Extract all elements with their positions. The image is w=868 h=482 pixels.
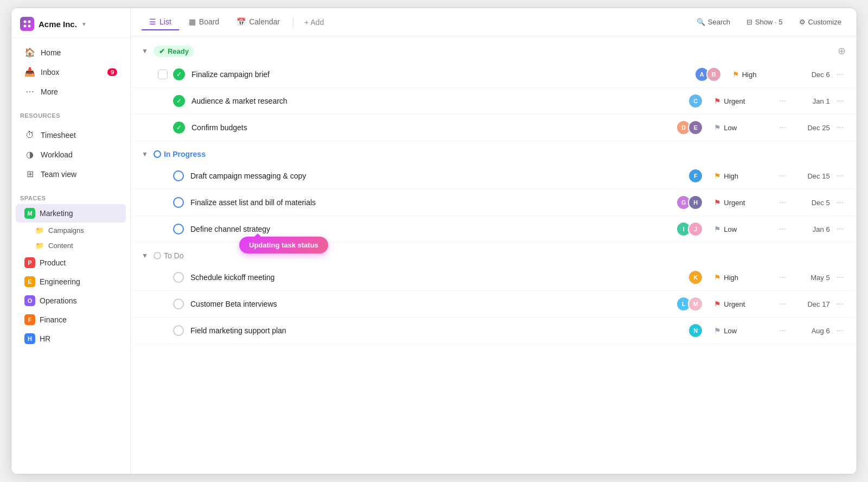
priority-label: Low bbox=[724, 124, 737, 132]
dots-button[interactable]: ··· bbox=[776, 325, 789, 337]
task-checkbox[interactable] bbox=[158, 69, 168, 79]
avatar-img: E bbox=[689, 121, 702, 134]
show-button[interactable]: ⊟ Show · 5 bbox=[742, 15, 787, 29]
svg-point-2 bbox=[24, 25, 27, 28]
collapse-todo-button[interactable]: ▼ bbox=[142, 252, 148, 259]
todo-circle-icon bbox=[154, 252, 161, 259]
task-row: ✓ Finalize campaign brief A B ⚑ High Dec… bbox=[131, 61, 857, 88]
search-button[interactable]: 🔍 Search bbox=[692, 15, 735, 29]
sidebar-item-campaigns[interactable]: 📁 Campaigns bbox=[16, 223, 126, 238]
product-badge: P bbox=[24, 257, 35, 268]
task-status-circle[interactable] bbox=[173, 272, 184, 283]
add-tab-button[interactable]: + Add bbox=[299, 15, 329, 30]
collapse-ready-button[interactable]: ▼ bbox=[142, 47, 148, 55]
task-priority: ⚑ Low bbox=[714, 225, 774, 233]
sidebar-item-hr[interactable]: H HR bbox=[16, 329, 126, 348]
spaces-section-label: Spaces bbox=[11, 188, 130, 204]
dots-button[interactable]: ··· bbox=[776, 122, 789, 134]
avatar: H bbox=[688, 195, 703, 210]
tab-board[interactable]: ▦ Board bbox=[181, 14, 227, 30]
sidebar-item-inbox[interactable]: 📥 Inbox 9 bbox=[16, 62, 126, 81]
task-status-circle[interactable] bbox=[173, 170, 184, 181]
task-priority: ⚑ High bbox=[714, 172, 774, 180]
folder-icon: 📁 bbox=[35, 226, 44, 234]
topbar: ☰ List ▦ Board 📅 Calendar + Add 🔍 bbox=[131, 8, 857, 36]
task-status-done[interactable]: ✓ bbox=[173, 122, 185, 134]
more-options-button[interactable]: ··· bbox=[834, 95, 846, 107]
priority-flag-icon: ⚑ bbox=[732, 70, 739, 79]
tab-list[interactable]: ☰ List bbox=[142, 14, 179, 30]
main-panel: ☰ List ▦ Board 📅 Calendar + Add 🔍 bbox=[131, 8, 857, 474]
more-options-button[interactable]: ··· bbox=[834, 298, 846, 310]
priority-label: High bbox=[742, 71, 757, 79]
task-name: Draft campaign messaging & copy bbox=[190, 172, 688, 180]
marketing-badge: M bbox=[24, 208, 35, 219]
due-date: Aug 6 bbox=[792, 327, 830, 335]
task-row: Define channel strategy I J ⚑ Low ··· Ja… bbox=[131, 216, 857, 243]
task-status-circle[interactable] bbox=[173, 299, 184, 309]
priority-flag-icon: ⚑ bbox=[714, 326, 721, 335]
task-status-done[interactable]: ✓ bbox=[173, 95, 185, 107]
sidebar-item-workload[interactable]: ◑ Workload bbox=[16, 145, 126, 164]
company-name: Acme Inc. bbox=[39, 20, 77, 29]
app-window: Acme Inc. ▾ 🏠 Home 📥 Inbox 9 ⋯ More Reso… bbox=[11, 8, 857, 474]
customize-button[interactable]: ⚙ Customize bbox=[795, 15, 846, 29]
sidebar-header[interactable]: Acme Inc. ▾ bbox=[11, 8, 130, 38]
due-date: Dec 6 bbox=[792, 71, 830, 79]
group-inprogress: ▼ In Progress Draft campaign messaging &… bbox=[131, 141, 857, 243]
task-status-circle[interactable] bbox=[173, 197, 184, 208]
dots-button[interactable]: ··· bbox=[776, 170, 789, 182]
sidebar-item-teamview[interactable]: ⊞ Team view bbox=[16, 164, 126, 183]
more-options-button[interactable]: ··· bbox=[834, 196, 846, 208]
task-row: ✓ Audience & market research C ⚑ Urgent … bbox=[131, 88, 857, 115]
finance-badge: F bbox=[24, 314, 35, 325]
tab-divider bbox=[293, 17, 293, 28]
calendar-tab-label: Calendar bbox=[249, 17, 280, 26]
task-avatars: N bbox=[688, 323, 703, 338]
task-status-circle[interactable] bbox=[173, 224, 184, 234]
more-options-button[interactable]: ··· bbox=[834, 325, 846, 337]
dots-button[interactable]: ··· bbox=[776, 298, 789, 310]
sidebar-item-home[interactable]: 🏠 Home bbox=[16, 43, 126, 62]
dots-button[interactable]: ··· bbox=[776, 196, 789, 208]
sidebar-item-more[interactable]: ⋯ More bbox=[16, 82, 126, 101]
sidebar-item-product[interactable]: P Product bbox=[16, 253, 126, 272]
task-priority: ⚑ Urgent bbox=[714, 300, 774, 308]
sidebar-item-operations[interactable]: O Operations bbox=[16, 291, 126, 310]
tab-calendar[interactable]: 📅 Calendar bbox=[229, 14, 288, 30]
sidebar-item-content[interactable]: 📁 Content bbox=[16, 238, 126, 253]
add-to-ready-button[interactable]: ⊕ bbox=[838, 45, 846, 57]
collapse-inprogress-button[interactable]: ▼ bbox=[142, 150, 148, 158]
task-status-done[interactable]: ✓ bbox=[173, 68, 185, 80]
todo-label: To Do bbox=[164, 251, 184, 260]
more-options-button[interactable]: ··· bbox=[834, 68, 846, 80]
more-options-button[interactable]: ··· bbox=[834, 223, 846, 235]
task-status-circle[interactable] bbox=[173, 325, 184, 336]
finance-label: Finance bbox=[40, 315, 67, 324]
logo-icon bbox=[20, 17, 34, 31]
task-avatars: F bbox=[688, 168, 703, 183]
task-name: Finalize asset list and bill of material… bbox=[190, 198, 676, 207]
sidebar-item-inbox-label: Inbox bbox=[41, 68, 59, 77]
more-options-button[interactable]: ··· bbox=[834, 122, 846, 134]
priority-flag-icon: ⚑ bbox=[714, 273, 721, 282]
group-ready: ▼ ✔ Ready ⊕ ✓ Finalize campaign brief A … bbox=[131, 36, 857, 141]
task-avatars: I J bbox=[676, 221, 703, 237]
dots-button[interactable]: ··· bbox=[776, 271, 789, 283]
inprogress-circle-icon bbox=[154, 150, 161, 158]
avatar-img: F bbox=[689, 169, 702, 182]
dots-button[interactable]: ··· bbox=[776, 95, 789, 107]
more-options-button[interactable]: ··· bbox=[834, 170, 846, 182]
more-options-button[interactable]: ··· bbox=[834, 271, 846, 283]
avatar-img: K bbox=[689, 271, 702, 284]
group-header-inprogress: ▼ In Progress bbox=[131, 141, 857, 163]
sidebar-item-engineering[interactable]: E Engineering bbox=[16, 272, 126, 291]
task-avatars: D E bbox=[676, 120, 703, 135]
dots-button[interactable]: ··· bbox=[776, 223, 789, 235]
avatar: F bbox=[688, 168, 703, 183]
sidebar-item-timesheet[interactable]: ⏱ Timesheet bbox=[16, 126, 126, 144]
sidebar-item-marketing[interactable]: M Marketing bbox=[16, 204, 126, 223]
gear-icon: ⚙ bbox=[799, 18, 806, 26]
priority-label: Low bbox=[724, 225, 737, 233]
sidebar-item-finance[interactable]: F Finance bbox=[16, 310, 126, 329]
